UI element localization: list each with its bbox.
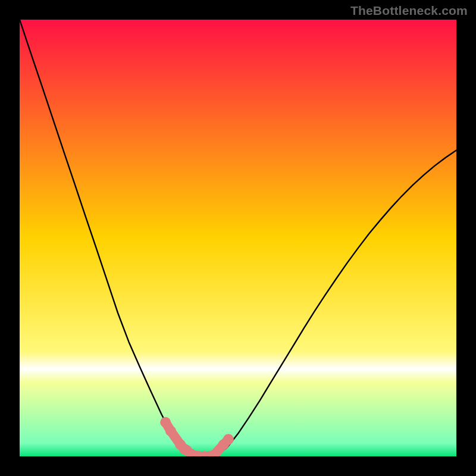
trough-marker (223, 434, 234, 444)
chart-frame: TheBottleneck.com (0, 0, 476, 476)
watermark-text: TheBottleneck.com (350, 4, 468, 18)
gradient-background (20, 20, 456, 456)
chart-svg (20, 20, 456, 456)
plot-area (20, 20, 456, 456)
